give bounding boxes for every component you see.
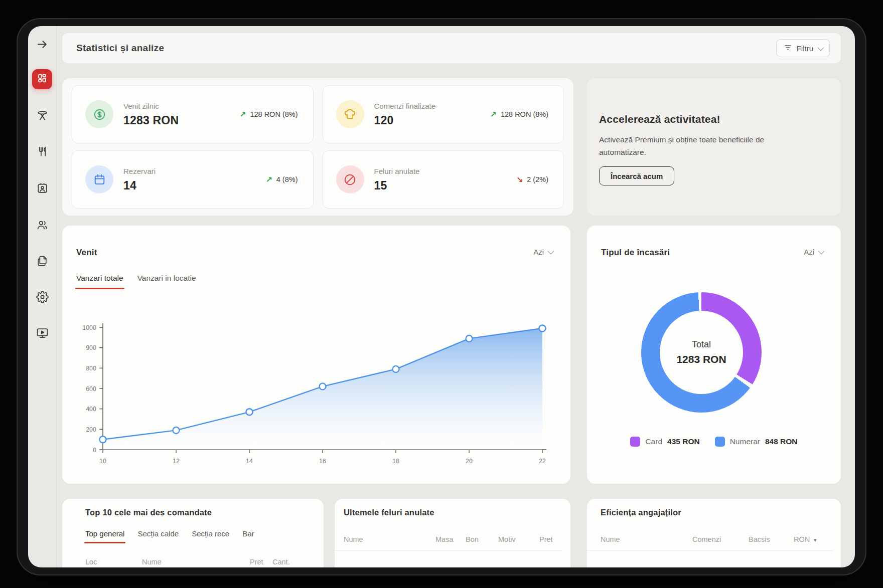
stat-label: Comenzi finalizate bbox=[374, 102, 436, 110]
sidebar-item-menu[interactable] bbox=[35, 145, 50, 160]
svg-text:10: 10 bbox=[99, 458, 106, 465]
app-window: Statistici și analize Filtru Venit zilni… bbox=[28, 26, 855, 567]
arrow-right-icon bbox=[36, 38, 49, 53]
promo-body: Activează Premium și obține toate benefi… bbox=[599, 133, 784, 158]
tab-location-sales[interactable]: Vanzari in locatie bbox=[137, 274, 196, 283]
numerar-swatch bbox=[715, 437, 725, 447]
sidebar-item-documents[interactable] bbox=[35, 254, 50, 269]
sidebar-item-tutorials[interactable] bbox=[35, 326, 50, 341]
top-orders-tabs: Top general Secția calde Secția rece Bar bbox=[62, 529, 324, 538]
stat-value: 15 bbox=[374, 179, 420, 192]
tab-total-sales[interactable]: Vanzari totale bbox=[76, 274, 123, 283]
premium-promo-panel: Accelerează activitatea! Activează Premi… bbox=[587, 78, 841, 216]
revenue-chart-card: Venit Azi Vanzari totale Vanzari in loca… bbox=[62, 226, 570, 484]
column-header: Nume bbox=[142, 558, 250, 566]
svg-text:20: 20 bbox=[466, 458, 473, 465]
revenue-line-chart: 0200400600800900100010121416182022 bbox=[62, 301, 570, 474]
column-header: Masa bbox=[435, 535, 466, 543]
legend-value: 435 RON bbox=[667, 437, 700, 446]
tab-top-general[interactable]: Top general bbox=[85, 529, 124, 538]
sidebar-item-staff[interactable] bbox=[35, 218, 50, 233]
column-header: Nume bbox=[344, 535, 435, 543]
column-header: Motiv bbox=[498, 535, 539, 543]
period-value: Azi bbox=[533, 248, 544, 256]
cancelled-table-header: Nume Masa Bon Motiv Pret bbox=[335, 535, 562, 551]
settings-gear-icon bbox=[36, 291, 49, 305]
donut-total-value: 1283 RON bbox=[676, 353, 726, 365]
filter-button[interactable]: Filtru bbox=[776, 39, 830, 57]
legend-value: 848 RON bbox=[765, 437, 798, 446]
chevron-down-icon bbox=[818, 44, 824, 51]
card-swatch bbox=[630, 437, 640, 447]
sidebar-item-contacts[interactable] bbox=[35, 181, 50, 197]
stat-card-reservations: Rezervari 14 ↗ 4 (8%) bbox=[72, 150, 314, 209]
tab-sectia-calde[interactable]: Secția calde bbox=[137, 529, 179, 538]
payments-period-dropdown[interactable]: Azi bbox=[804, 248, 823, 256]
trend-up-icon: ↗ bbox=[239, 110, 246, 119]
revenue-card-title: Venit bbox=[76, 248, 97, 258]
column-header: Bon bbox=[466, 535, 498, 543]
legend-item-card: Card 435 RON bbox=[630, 437, 699, 447]
column-header: Pret bbox=[539, 535, 562, 543]
sidebar-item-tables[interactable] bbox=[35, 109, 50, 124]
period-value: Azi bbox=[804, 248, 814, 256]
top-orders-title: Top 10 cele mai des comandate bbox=[62, 499, 324, 517]
payments-card-title: Tipul de încasări bbox=[601, 248, 670, 258]
stat-value: 14 bbox=[123, 179, 156, 192]
stat-label: Feluri anulate bbox=[374, 167, 420, 175]
stats-panel: Venit zilnic 1283 RON ↗ 128 RON (8%) Com… bbox=[62, 78, 573, 216]
stat-delta-text: 4 (8%) bbox=[276, 175, 298, 183]
chef-hat-icon bbox=[336, 100, 364, 128]
stat-card-cancelled-dishes: Feluri anulate 15 ↘ 2 (2%) bbox=[323, 150, 564, 209]
page-title: Statistici și analize bbox=[76, 43, 164, 54]
chevron-down-icon bbox=[818, 248, 825, 255]
column-header: Pret bbox=[250, 558, 272, 566]
stat-card-completed-orders: Comenzi finalizate 120 ↗ 128 RON (8%) bbox=[323, 85, 564, 143]
tab-sectia-rece[interactable]: Secția rece bbox=[192, 529, 229, 538]
cancel-circle-icon bbox=[336, 165, 364, 193]
column-header-sortable[interactable]: RON▼ bbox=[794, 535, 833, 543]
sidebar-item-dashboard[interactable] bbox=[32, 69, 52, 89]
table-stool-icon bbox=[36, 109, 49, 124]
top-orders-card: Top 10 cele mai des comandate Top genera… bbox=[62, 499, 324, 567]
filter-button-label: Filtru bbox=[797, 44, 813, 53]
column-header: Cant. bbox=[272, 558, 324, 566]
donut-total-label: Total bbox=[692, 339, 711, 350]
dollar-circle-icon bbox=[85, 100, 113, 128]
column-header: RON bbox=[794, 535, 810, 543]
stat-value: 120 bbox=[374, 114, 436, 127]
tab-bar[interactable]: Bar bbox=[242, 529, 254, 538]
calendar-icon bbox=[85, 165, 113, 193]
sidebar bbox=[28, 26, 57, 567]
expand-sidebar-button[interactable] bbox=[35, 38, 50, 53]
promo-title: Accelerează activitatea! bbox=[599, 113, 829, 125]
documents-icon bbox=[36, 255, 49, 269]
svg-text:12: 12 bbox=[173, 458, 180, 465]
stat-delta-text: 128 RON (8%) bbox=[501, 110, 548, 118]
svg-text:16: 16 bbox=[319, 458, 326, 465]
svg-text:800: 800 bbox=[86, 365, 96, 372]
stat-card-daily-revenue: Venit zilnic 1283 RON ↗ 128 RON (8%) bbox=[72, 85, 314, 143]
try-now-button[interactable]: Încearcă acum bbox=[599, 166, 674, 185]
payments-donut-chart: Total 1283 RON bbox=[641, 292, 762, 413]
column-header: Bacsis bbox=[749, 535, 794, 543]
screenshot-stage: Statistici și analize Filtru Venit zilni… bbox=[0, 0, 883, 588]
revenue-period-dropdown[interactable]: Azi bbox=[533, 248, 552, 256]
column-header: Loc bbox=[85, 558, 142, 566]
video-tutorial-icon bbox=[36, 327, 49, 341]
donut-legend: Card 435 RON Numerar 848 RON bbox=[587, 437, 841, 447]
chevron-down-icon bbox=[548, 248, 554, 255]
svg-text:0: 0 bbox=[93, 447, 96, 454]
svg-text:400: 400 bbox=[86, 406, 96, 413]
donut-center: Total 1283 RON bbox=[660, 311, 743, 394]
sidebar-item-settings[interactable] bbox=[35, 290, 50, 305]
stat-delta: ↘ 2 (2%) bbox=[516, 175, 548, 184]
stat-delta-text: 128 RON (8%) bbox=[250, 110, 298, 118]
contact-badge-icon bbox=[36, 182, 49, 197]
svg-text:900: 900 bbox=[86, 344, 96, 351]
legend-item-numerar: Numerar 848 RON bbox=[715, 437, 798, 447]
legend-label: Numerar bbox=[730, 437, 760, 446]
top-orders-table-header: Loc Nume Pret Cant. bbox=[62, 558, 324, 566]
stat-delta-text: 2 (2%) bbox=[527, 175, 548, 183]
dashboard-grid-icon bbox=[37, 73, 48, 86]
